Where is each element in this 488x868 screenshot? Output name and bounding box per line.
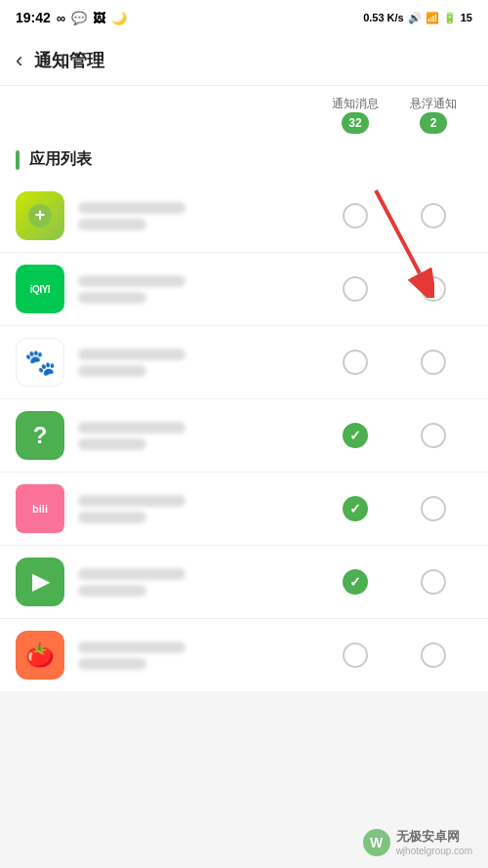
section-bar-indicator [16,150,20,170]
baidu-paw-icon: 🐾 [24,348,56,378]
message-icon: 💬 [71,11,87,25]
app-icon-1: + [16,191,64,240]
app-info-7 [78,641,316,670]
app5-float-toggle[interactable] [394,496,472,521]
app6-float-toggle[interactable] [394,569,472,595]
signal-icon: 📶 [426,12,439,24]
radio-float-1[interactable] [421,203,446,228]
app-row: bili [0,473,488,546]
app7-notif-toggle[interactable] [316,642,394,668]
app-desc-blur-1 [78,219,146,230]
battery-level: 15 [461,12,472,23]
app-info-3 [78,349,316,377]
app-row: 🍅 [0,619,488,691]
radio-notif-4[interactable] [343,423,368,448]
image-icon: 🖼 [93,11,105,25]
radio-notif-1[interactable] [343,203,368,228]
column-headers: 通知消息 32 悬浮通知 2 [0,86,488,140]
app1-notif-toggle[interactable] [316,203,394,228]
app7-float-toggle[interactable] [394,642,472,668]
app-row: 🐾 [0,326,488,399]
svg-text:+: + [35,205,46,225]
infinity-icon: ∞ [57,11,65,25]
radio-float-3[interactable] [421,350,446,375]
app-row: ? [0,399,488,473]
app-name-blur-4 [78,422,185,434]
app4-float-toggle[interactable] [394,423,472,448]
app-info-1 [78,202,316,230]
app-icon-5: bili [16,484,64,533]
app5-notif-toggle[interactable] [316,496,394,521]
app3-notif-toggle[interactable] [316,350,394,375]
app6-notif-toggle[interactable] [316,569,394,595]
app2-float-toggle[interactable] [394,276,472,302]
app3-float-toggle[interactable] [394,350,472,375]
watermark-logo: W [363,829,390,856]
app-name-blur-2 [78,275,185,287]
notification-count-badge: 32 [342,112,369,134]
app-info-4 [78,422,316,450]
app-name-blur-3 [78,349,185,360]
app-icon-4: ? [16,411,64,460]
radio-float-2[interactable] [421,276,446,302]
watermark-text: 无极安卓网 wjhotelgroup.com [396,828,472,856]
status-bar: 19:42 ∞ 💬 🖼 🌙 0.53 K/s 🔊 📶 🔋 15 [0,0,488,35]
app-icon-2: iQIYI [16,265,64,313]
app-list: + iQIYI 🐾 [0,180,488,691]
app-icon-6: ▶ [16,558,64,606]
radio-notif-7[interactable] [343,642,368,668]
app-icon-7: 🍅 [16,631,64,680]
app-desc-blur-4 [78,438,146,450]
floating-count-badge: 2 [420,112,447,134]
battery-icon: 🔋 [443,12,457,24]
radio-float-4[interactable] [421,423,446,448]
top-nav: ‹ 通知管理 [0,35,488,86]
app-desc-blur-3 [78,365,146,377]
col-header-floating: 悬浮通知 2 [394,96,472,134]
app-info-2 [78,275,316,304]
radio-float-7[interactable] [421,642,446,668]
status-left: 19:42 ∞ 💬 🖼 🌙 [16,10,127,25]
app-name-blur-6 [78,568,185,580]
app-row: ▶ [0,546,488,619]
app-info-5 [78,495,316,523]
app-name-blur-5 [78,495,185,507]
radio-notif-5[interactable] [343,496,368,521]
app4-notif-toggle[interactable] [316,423,394,448]
app-row: iQIYI [0,253,488,326]
page-title: 通知管理 [34,49,104,72]
app-name-blur-7 [78,641,185,653]
app-info-6 [78,568,316,597]
app-desc-blur-2 [78,292,146,304]
app2-notif-toggle[interactable] [316,276,394,302]
moon-icon: 🌙 [111,11,127,25]
app-desc-blur-6 [78,585,146,597]
volume-icon: 🔊 [408,12,422,24]
app-desc-blur-5 [78,512,146,523]
app1-float-toggle[interactable] [394,203,472,228]
radio-float-6[interactable] [421,569,446,595]
radio-notif-2[interactable] [343,276,368,302]
app-icon-3: 🐾 [16,338,64,387]
radio-notif-3[interactable] [343,350,368,375]
app-name-blur-1 [78,202,185,214]
section-title: 应用列表 [29,149,92,170]
app-desc-blur-7 [78,658,146,670]
radio-float-5[interactable] [421,496,446,521]
watermark: W 无极安卓网 wjhotelgroup.com [363,828,472,856]
radio-notif-6[interactable] [343,569,368,595]
section-header: 应用列表 [0,140,488,180]
status-right: 0.53 K/s 🔊 📶 🔋 15 [363,12,472,24]
speed-indicator: 0.53 K/s [363,12,404,23]
back-button[interactable]: ‹ [16,48,22,73]
status-time: 19:42 [16,10,51,25]
app-row: + [0,180,488,253]
col-header-notification: 通知消息 32 [316,96,394,134]
